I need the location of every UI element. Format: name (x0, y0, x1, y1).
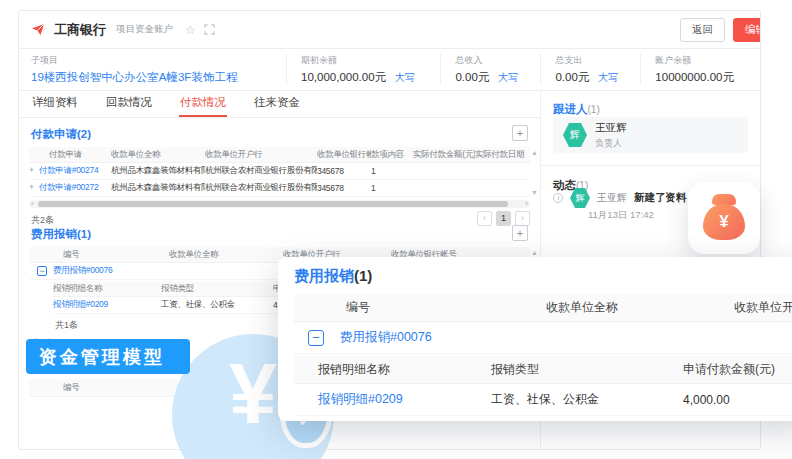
field-label: 总收入 (455, 54, 526, 67)
detail-link[interactable]: 报销明细#0209 (318, 392, 403, 406)
col-header: 收款单位开户行 (205, 149, 317, 161)
tab-payments[interactable]: 付款情况 (179, 90, 227, 117)
cell-company: 杭州品木森鑫装饰材料有限公司 (111, 165, 205, 177)
scroll-down-icon[interactable]: ▼ (531, 189, 538, 196)
scrollbar-thumb[interactable] (38, 201, 508, 207)
field-value: 10,000,000.00元大写 (301, 70, 426, 85)
edit-button[interactable]: 编辑 (733, 18, 761, 42)
expand-icon[interactable]: + (29, 165, 34, 175)
tab-current-funds[interactable]: 往来资金 (253, 90, 301, 117)
fullscreen-icon[interactable] (204, 24, 215, 35)
payment-link[interactable]: 付款申请#00272 (39, 182, 98, 192)
cell-type: 工资、社保、公积金 (161, 299, 273, 311)
expense-link[interactable]: 费用报销#00076 (340, 330, 432, 344)
cell-bank: 杭州联合农村商业银行股份有限公司半山支行 (205, 165, 317, 177)
collapse-icon[interactable]: − (308, 330, 324, 346)
section-count: (1) (588, 104, 600, 115)
current-page[interactable]: 1 (496, 211, 511, 226)
field-opening-balance: 期初余额 10,000,000.00元大写 (286, 54, 440, 85)
col-header: 编号 (29, 249, 169, 261)
expense-link[interactable]: 费用报销#00076 (53, 265, 112, 275)
follower-role: 负责人 (595, 137, 627, 150)
top-bar: 工商银行 项目资金账户 ☆ 返回 编辑 (19, 11, 760, 49)
col-header: 编号 (294, 299, 546, 316)
clock-icon (553, 193, 563, 203)
subproject-link[interactable]: 19楼西投创智中心办公室A幢3F装饰工程 (31, 70, 272, 85)
detail-link[interactable]: 报销明细#0209 (53, 299, 161, 311)
summary-strip: 子项目 19楼西投创智中心办公室A幢3F装饰工程 期初余额 10,000,000… (19, 49, 760, 91)
daxie-link[interactable]: 大写 (395, 72, 415, 83)
section-count: (1) (77, 228, 91, 240)
follower-card[interactable]: 辉 王亚辉 负责人 (553, 117, 748, 153)
total-income-value: 0.00元 (455, 71, 489, 83)
avatar: 辉 (570, 187, 590, 209)
payment-row[interactable]: +付款申请#00274 杭州品木森鑫装饰材料有限公司 杭州联合农村商业银行股份有… (29, 163, 530, 180)
popup-title: 费用报销(1) (294, 267, 792, 286)
col-header: 款项内容 (371, 149, 413, 161)
field-label: 期初余额 (301, 54, 426, 67)
tab-details[interactable]: 详细资料 (31, 90, 79, 117)
next-page-button[interactable]: › (515, 211, 530, 226)
section-count: (1) (354, 267, 372, 284)
expand-icon[interactable]: + (29, 182, 34, 192)
back-button[interactable]: 返回 (680, 18, 725, 42)
scroll-right-icon[interactable]: › (525, 200, 528, 208)
pagination: ‹ 1 › (477, 211, 530, 226)
horizontal-scrollbar[interactable]: ‹ › (29, 200, 530, 208)
field-total-expense: 总支出 0.00元大写 (540, 54, 640, 85)
activity-action: 新建了资料 (634, 191, 687, 205)
field-account-balance: 账户余额 10000000.00元 (640, 54, 748, 85)
payment-section-title: 付款申请(2) (31, 127, 91, 142)
add-expense-button[interactable]: + (512, 225, 528, 241)
col-header: 收款单位全称 (111, 149, 205, 161)
cell-bank: 杭州联合农村商业银行股份有限公司半山支行 (205, 182, 317, 194)
star-icon[interactable]: ☆ (185, 23, 196, 37)
popup-detail-header: 报销明细名称 报销类型 申请付款金额(元) (294, 356, 792, 384)
money-bag-icon: ¥ (703, 204, 745, 240)
col-header: 收款单位开户行 (734, 299, 792, 316)
payment-link[interactable]: 付款申请#00274 (39, 165, 98, 175)
top-bar-actions: 返回 编辑 (680, 18, 748, 42)
activity-user: 王亚辉 (597, 191, 627, 205)
money-bag-card[interactable]: ¥ (688, 182, 760, 254)
col-header: 收款单位全称 (169, 249, 283, 261)
field-value: 0.00元大写 (555, 70, 626, 85)
activity-item[interactable]: 辉 王亚辉 新建了资料 (553, 187, 687, 209)
field-label: 账户余额 (655, 54, 734, 67)
col-header: 报销类型 (491, 361, 683, 378)
col-header: 实际付款金额(元) (413, 149, 475, 161)
payment-row[interactable]: +付款申请#00272 杭州品木森鑫装饰材料有限公司 杭州联合农村商业银行股份有… (29, 180, 530, 197)
col-header: 编号 (29, 382, 179, 394)
section-count: (2) (77, 128, 91, 140)
payment-total: 共2条 (31, 214, 54, 227)
daxie-link[interactable]: 大写 (498, 72, 518, 83)
model-banner: 资金管理模型 (26, 339, 190, 374)
scroll-up-icon[interactable]: ▲ (531, 249, 538, 256)
scroll-up-icon[interactable]: ▲ (531, 149, 538, 156)
collapse-icon[interactable]: − (37, 266, 47, 276)
total-expense-value: 0.00元 (555, 71, 589, 83)
add-payment-button[interactable]: + (512, 125, 528, 141)
field-total-income: 总收入 0.00元大写 (440, 54, 540, 85)
popup-expense-row[interactable]: −费用报销#00076 (294, 322, 792, 354)
section-title-text: 费用报销 (294, 267, 354, 284)
follower-name: 王亚辉 (595, 121, 627, 135)
section-title-text: 跟进人 (553, 103, 588, 115)
scroll-left-icon[interactable]: ‹ (31, 200, 34, 208)
avatar: 辉 (563, 122, 587, 148)
tab-collections[interactable]: 回款情况 (105, 90, 153, 117)
section-title-text: 付款申请 (31, 128, 77, 140)
yen-symbol: ¥ (719, 212, 728, 232)
cell-account: 345678 (317, 166, 371, 176)
col-header: 报销明细名称 (294, 361, 491, 378)
col-header: 报销类型 (161, 283, 273, 295)
field-label: 总支出 (555, 54, 626, 67)
col-header: 实际付款日期 (475, 149, 530, 161)
section-title-text: 费用报销 (31, 228, 77, 240)
field-label: 子项目 (31, 54, 272, 67)
popup-detail-row[interactable]: 报销明细#0209 工资、社保、公积金 4,000.00 (294, 384, 792, 416)
divider (541, 165, 760, 166)
cell-type: 工资、社保、公积金 (491, 391, 683, 408)
prev-page-button[interactable]: ‹ (477, 211, 492, 226)
daxie-link[interactable]: 大写 (598, 72, 618, 83)
